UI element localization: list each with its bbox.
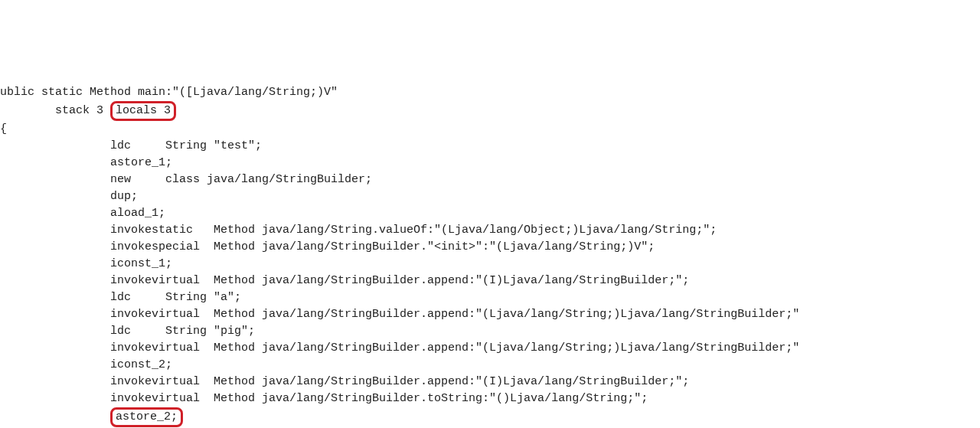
astore2-highlight: astore_2; bbox=[110, 407, 183, 427]
bytecode-listing: ublic static Method main:"([Ljava/lang/S… bbox=[0, 67, 980, 428]
instr-invokevirtual-appendStr: invokevirtual Method java/lang/StringBui… bbox=[110, 308, 799, 321]
instr-iconst1: iconst_1; bbox=[110, 257, 172, 270]
instr-invokestatic: invokestatic Method java/lang/String.val… bbox=[110, 224, 717, 237]
instr-invokevirtual-appendI: invokevirtual Method java/lang/StringBui… bbox=[110, 274, 689, 287]
instr-ldc: ldc String "test"; bbox=[110, 139, 262, 152]
instr-iconst2: iconst_2; bbox=[110, 358, 172, 371]
locals-text: locals 3 bbox=[116, 104, 171, 117]
instr-invokevirtual-toString: invokevirtual Method java/lang/StringBui… bbox=[110, 392, 648, 405]
instr-dup: dup; bbox=[110, 190, 138, 203]
instr-new: new class java/lang/StringBuilder; bbox=[110, 173, 372, 186]
instr-ldc-pig: ldc String "pig"; bbox=[110, 325, 255, 338]
open-brace: { bbox=[0, 123, 7, 136]
instr-invokespecial: invokespecial Method java/lang/StringBui… bbox=[110, 240, 655, 253]
instr-invokevirtual-appendI2: invokevirtual Method java/lang/StringBui… bbox=[110, 375, 689, 388]
instr-astore2: astore_2; bbox=[116, 410, 178, 423]
stack-prefix: stack 3 bbox=[0, 104, 110, 117]
instr-astore1: astore_1; bbox=[110, 156, 172, 169]
instr-invokevirtual-appendStr2: invokevirtual Method java/lang/StringBui… bbox=[110, 341, 799, 354]
locals-highlight: locals 3 bbox=[110, 101, 176, 121]
instr-aload1: aload_1; bbox=[110, 207, 165, 220]
method-signature: ublic static Method main:"([Ljava/lang/S… bbox=[0, 86, 338, 99]
instr-ldc-a: ldc String "a"; bbox=[110, 291, 241, 304]
